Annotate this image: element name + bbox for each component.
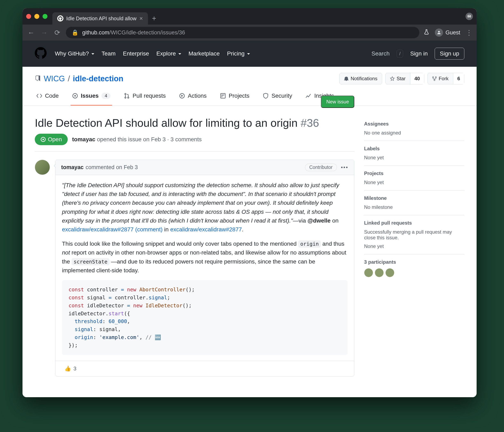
browser-menu-button[interactable]: ⋮ (466, 28, 472, 37)
tab-code[interactable]: Code (35, 89, 60, 106)
comment-header: tomayac commented on Feb 3 Contributor •… (55, 160, 354, 175)
nav-pricing[interactable]: Pricing (227, 50, 250, 57)
github-logo-icon[interactable] (35, 47, 47, 60)
forward-button[interactable]: → (40, 29, 49, 37)
sidebar-labels[interactable]: Labels None yet (364, 141, 464, 166)
svg-point-8 (128, 97, 129, 98)
comment-body: "[The Idle Detection API] should support… (55, 175, 354, 361)
issue-open-icon (40, 137, 46, 142)
svg-point-0 (468, 16, 469, 17)
repo-icon (35, 75, 41, 82)
fork-count[interactable]: 6 (453, 73, 464, 84)
issues-count-badge: 4 (101, 93, 110, 99)
svg-point-2 (438, 31, 440, 33)
svg-point-12 (42, 139, 44, 140)
chrome-tab-strip: Idle Detection API should allow × + (22, 8, 477, 25)
repo-name-link[interactable]: idle-detection (73, 74, 123, 83)
repo-header: WICG / idle-detection Notifications Star… (22, 67, 477, 84)
close-window-icon[interactable] (26, 14, 31, 19)
reference-link-2[interactable]: excalidraw/excalidraw#2877 (170, 226, 242, 233)
star-button[interactable]: Star 40 (385, 73, 424, 84)
notifications-button[interactable]: Notifications (339, 73, 382, 84)
url-bar: ← → ⟳ 🔒 github.com/WICG/idle-detection/i… (22, 25, 477, 40)
graph-icon (306, 93, 311, 99)
svg-point-6 (125, 93, 126, 94)
reactions-bar: 👍 3 (55, 361, 354, 376)
svg-point-5 (74, 95, 76, 97)
fork-icon (432, 76, 437, 81)
participant-avatar[interactable] (364, 268, 373, 277)
issue-author[interactable]: tomayac (72, 136, 96, 142)
thumbs-up-reaction[interactable]: 👍 3 (61, 364, 80, 374)
reload-button[interactable]: ⟳ (53, 28, 62, 37)
svg-point-3 (434, 79, 435, 81)
bell-icon (344, 76, 349, 81)
nav-marketplace[interactable]: Marketplace (189, 50, 220, 57)
minimize-window-icon[interactable] (34, 14, 39, 19)
maximize-window-icon[interactable] (43, 14, 47, 19)
incognito-icon[interactable] (466, 13, 473, 20)
tab-security[interactable]: Security (261, 89, 294, 106)
signin-link[interactable]: Sign in (410, 50, 428, 57)
comment-timestamp[interactable]: commented on Feb 3 (86, 164, 138, 170)
star-icon (390, 76, 395, 81)
new-tab-button[interactable]: + (152, 14, 156, 23)
code-block: const controller = new AbortController()… (62, 280, 348, 355)
sidebar-linked-prs[interactable]: Linked pull requests Successfully mergin… (364, 215, 464, 254)
repo-owner-link[interactable]: WICG (44, 74, 65, 83)
participant-avatar[interactable] (375, 268, 384, 277)
page-content: WICG / idle-detection Notifications Star… (22, 67, 477, 397)
reference-link-1[interactable]: excalidraw/excalidraw#2877 (comment) (62, 226, 163, 233)
tab-pull-requests[interactable]: Pull requests (122, 89, 167, 106)
tab-actions[interactable]: Actions (178, 89, 208, 106)
contributor-badge: Contributor (305, 164, 337, 171)
repo-tabs: Code Issues4 Pull requests Actions Proje… (22, 84, 477, 106)
issue-icon (72, 93, 78, 99)
profile-button[interactable]: Guest (435, 28, 460, 37)
issue-title: Idle Detection API should allow for limi… (35, 116, 354, 130)
nav-enterprise[interactable]: Enterprise (123, 50, 149, 57)
tab-issues[interactable]: Issues4 (71, 89, 112, 106)
sidebar-assignees[interactable]: Assignees No one assigned (364, 116, 464, 141)
sidebar-participants: 3 participants (364, 254, 464, 282)
mention-link[interactable]: @dwelle (307, 217, 331, 224)
svg-point-7 (125, 97, 126, 98)
comment-menu-button[interactable]: ••• (341, 164, 348, 170)
browser-tab[interactable]: Idle Detection API should allow × (52, 12, 148, 25)
tab-projects[interactable]: Projects (218, 89, 251, 106)
github-header: Why GitHub? Team Enterprise Explore Mark… (22, 40, 477, 67)
shield-icon (263, 93, 269, 99)
projects-icon (220, 93, 226, 99)
star-count[interactable]: 40 (410, 73, 424, 84)
participant-avatar[interactable] (385, 268, 394, 277)
nav-explore[interactable]: Explore (156, 50, 181, 57)
slash-key-icon: / (397, 50, 403, 57)
address-bar[interactable]: 🔒 github.com/WICG/idle-detection/issues/… (66, 27, 419, 38)
url-text: github.com/WICG/idle-detection/issues/36 (82, 29, 185, 36)
signup-button[interactable]: Sign up (435, 48, 464, 60)
github-favicon-icon (57, 15, 63, 21)
sidebar-milestone[interactable]: Milestone No milestone (364, 190, 464, 215)
author-avatar[interactable] (35, 160, 50, 175)
back-button[interactable]: ← (27, 29, 36, 37)
sidebar-projects[interactable]: Projects None yet (364, 166, 464, 190)
search-input[interactable]: Search (371, 50, 390, 57)
lock-icon: 🔒 (72, 29, 79, 36)
comment-thread: tomayac commented on Feb 3 Contributor •… (35, 160, 354, 377)
comment: tomayac commented on Feb 3 Contributor •… (55, 160, 354, 377)
play-icon (179, 93, 185, 99)
status-badge: Open (35, 134, 68, 145)
nav-why-github[interactable]: Why GitHub? (55, 50, 94, 57)
window-controls[interactable] (26, 14, 47, 19)
svg-point-1 (470, 16, 471, 17)
tab-title: Idle Detection API should allow (66, 16, 136, 21)
nav-team[interactable]: Team (102, 50, 116, 57)
issue-meta: Open tomayac opened this issue on Feb 3 … (35, 134, 354, 151)
browser-window: Idle Detection API should allow × + ← → … (22, 8, 477, 397)
new-issue-button[interactable]: New issue (321, 96, 354, 108)
fork-button[interactable]: Fork 6 (428, 73, 464, 84)
close-tab-icon[interactable]: × (139, 15, 143, 22)
flask-icon[interactable] (423, 29, 430, 37)
pr-icon (124, 93, 130, 99)
comment-author[interactable]: tomayac (61, 164, 84, 170)
